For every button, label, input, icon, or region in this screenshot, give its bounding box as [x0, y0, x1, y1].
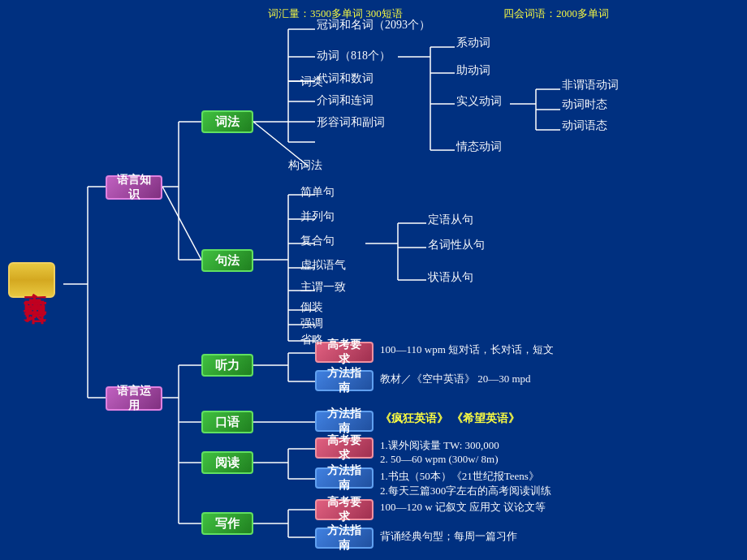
- label-dongciyutai: 动词语态: [562, 118, 607, 133]
- label-zhudongci: 助动词: [456, 63, 490, 78]
- node-yuyan-yunyong: 语言运用: [106, 386, 162, 411]
- node-gaokao-xiezuo: 高考要求: [315, 499, 374, 520]
- label-xidongci: 系动词: [456, 36, 490, 50]
- label-shiyidongci: 实义动词: [456, 94, 502, 109]
- label-tingli-gaokao: 100—110 wpm 短对话，长对话，短文: [380, 342, 554, 357]
- label-daici: 代词和数词: [317, 71, 374, 86]
- label-xiezuo-gaokao: 100—120 w 记叙文 应用文 议论文等: [380, 500, 546, 515]
- label-guan-mingci: 冠词和名词（2093个）: [317, 18, 430, 32]
- label-xuniyuqi: 虚拟语气: [300, 258, 346, 273]
- node-fangfa-tingli: 方法指南: [315, 370, 374, 391]
- label-mingcixingcongju: 名词性从句: [428, 238, 485, 252]
- node-gaokao-yuedu: 高考要求: [315, 437, 374, 459]
- label-binglienju: 并列句: [300, 209, 335, 224]
- node-fangfa-xiezuo: 方法指南: [315, 528, 374, 549]
- label-yuedu-fangfa1: 1.书虫（50本）《21世纪报Teens》: [380, 469, 539, 484]
- node-tingli: 听力: [201, 354, 253, 377]
- label-kouyu-text: 《疯狂英语》 《希望英语》: [380, 411, 520, 426]
- label-yuedu-gaokao2: 2. 50—60 wpm (300w/ 8m): [380, 453, 499, 466]
- node-yuyan-zhishi: 语言知识: [106, 175, 162, 200]
- label-xiezuo-fangfa: 背诵经典句型；每周一篇习作: [380, 529, 517, 544]
- label-feiweidongci: 非谓语动词: [562, 78, 619, 93]
- label-yuedu-fangfa2: 2.每天三篇300字左右的高考阅读训练: [380, 484, 551, 498]
- header-sihuici: 四会词语：2000多单词: [503, 6, 609, 21]
- label-jieci: 介词和连词: [317, 93, 374, 108]
- label-jiandunju: 简单句: [300, 185, 335, 200]
- label-dongcishitai: 动词时态: [562, 97, 607, 112]
- label-daozhuang: 倒装: [300, 300, 323, 315]
- node-cifa: 词法: [201, 110, 253, 133]
- node-kouyu: 口语: [201, 411, 253, 433]
- label-tingli-fangfa: 教材／《空中英语》 20—30 mpd: [380, 372, 531, 386]
- node-fangfa-yuedu: 方法指南: [315, 467, 374, 489]
- label-gouchifa: 构词法: [288, 158, 322, 173]
- main-title: 高中英语: [8, 262, 55, 298]
- label-dongci: 动词（818个）: [317, 49, 391, 63]
- label-fuheju: 复合句: [300, 234, 335, 248]
- node-gaokao-tingli: 高考要求: [315, 342, 374, 363]
- label-dingyucongju: 定语从句: [428, 213, 473, 227]
- label-zhuangcongju: 状语从句: [428, 270, 473, 285]
- svg-line-29: [162, 187, 201, 260]
- label-qingtaidongci: 情态动词: [456, 140, 502, 154]
- label-yuedu-gaokao1: 1.课外阅读量 TW: 300,000: [380, 438, 499, 453]
- label-qiangdiao: 强调: [300, 317, 323, 331]
- node-fangfa-kouyu: 方法指南: [315, 411, 374, 432]
- label-shenglue: 省略: [300, 333, 323, 347]
- node-xiezuo: 写作: [201, 512, 253, 535]
- diagram-lines: [0, 0, 747, 560]
- label-zhuwei: 主谓一致: [300, 280, 346, 295]
- node-yuedu: 阅读: [201, 451, 253, 474]
- node-jufa: 句法: [201, 249, 253, 272]
- label-xingrongci: 形容词和副词: [317, 115, 385, 130]
